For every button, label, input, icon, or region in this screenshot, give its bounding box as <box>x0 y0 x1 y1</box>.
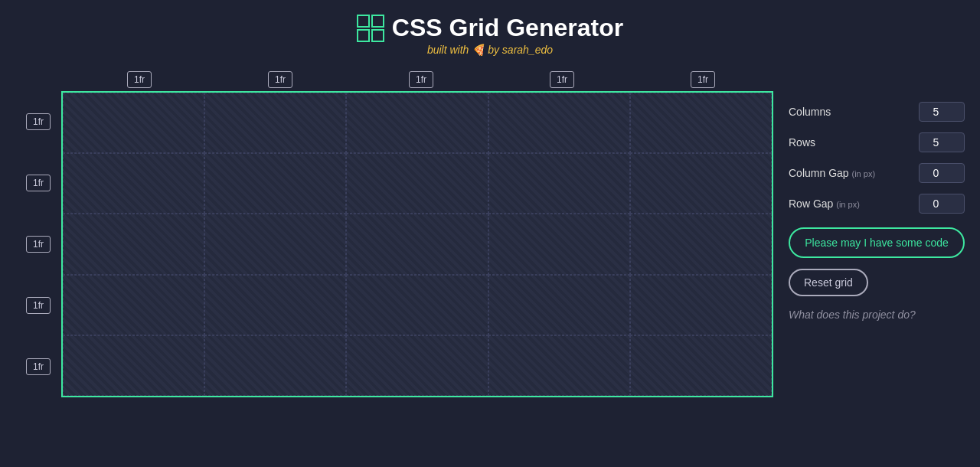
app-subtitle: built with 🍕 by sarah_edo <box>357 44 623 56</box>
columns-label: Columns <box>789 106 831 118</box>
col-labels-row: 1fr 1fr 1fr 1fr 1fr <box>69 71 773 88</box>
col-label-2: 1fr <box>210 71 351 88</box>
grid-with-row-labels: 1fr 1fr 1fr 1fr 1fr <box>15 91 773 397</box>
main-area: 1fr 1fr 1fr 1fr 1fr 1fr 1fr <box>0 64 980 397</box>
app-header: CSS Grid Generator built with 🍕 by sarah… <box>357 0 623 64</box>
row-label-2: 1fr <box>15 152 61 214</box>
svg-rect-1 <box>372 15 384 27</box>
reset-grid-button[interactable]: Reset grid <box>789 269 868 296</box>
grid-icon <box>357 15 384 42</box>
grid-cell <box>63 93 204 153</box>
grid-cell <box>630 93 772 153</box>
grid-cell <box>63 335 204 396</box>
col-gap-input[interactable] <box>919 163 965 183</box>
grid-cell <box>488 335 630 396</box>
what-does-link[interactable]: What does this project do? <box>789 309 965 321</box>
svg-rect-3 <box>372 30 384 41</box>
controls-panel: Columns Rows Column Gap (in px) Row Gap … <box>789 71 965 321</box>
row-labels-col: 1fr 1fr 1fr 1fr 1fr <box>15 91 61 397</box>
grid-cell <box>346 153 488 214</box>
row-gap-control-row: Row Gap (in px) <box>789 194 965 214</box>
col-label-5: 1fr <box>632 71 773 88</box>
grid-cell <box>488 275 630 335</box>
grid-cell <box>346 335 488 396</box>
row-label-1: 1fr <box>15 91 61 152</box>
app-title: CSS Grid Generator <box>392 14 623 42</box>
grid-cell <box>204 153 346 214</box>
grid-cell <box>63 214 204 274</box>
col-label-1: 1fr <box>69 71 210 88</box>
grid-cell <box>63 275 204 335</box>
grid-cell <box>488 214 630 274</box>
grid-cell <box>204 93 346 153</box>
grid-wrapper: 1fr 1fr 1fr 1fr 1fr 1fr 1fr <box>15 71 773 397</box>
grid-cell <box>346 275 488 335</box>
row-label-4: 1fr <box>15 275 61 336</box>
grid-cell <box>630 214 772 274</box>
grid-cell <box>630 275 772 335</box>
grid-cell <box>488 153 630 214</box>
grid-cell <box>346 93 488 153</box>
svg-rect-2 <box>358 30 369 41</box>
grid-cell <box>630 153 772 214</box>
grid-cell <box>204 335 346 396</box>
grid-cell <box>630 335 772 396</box>
css-grid <box>61 91 773 397</box>
row-gap-input[interactable] <box>919 194 965 214</box>
columns-input[interactable] <box>919 102 965 122</box>
row-gap-label: Row Gap (in px) <box>789 198 860 210</box>
get-code-button[interactable]: Please may I have some code <box>789 227 965 258</box>
columns-control-row: Columns <box>789 102 965 122</box>
col-gap-label: Column Gap (in px) <box>789 167 875 179</box>
grid-cell <box>204 214 346 274</box>
grid-cell <box>204 275 346 335</box>
grid-cell <box>63 153 204 214</box>
col-gap-control-row: Column Gap (in px) <box>789 163 965 183</box>
col-label-4: 1fr <box>492 71 632 88</box>
rows-control-row: Rows <box>789 132 965 152</box>
row-label-5: 1fr <box>15 336 61 397</box>
col-label-3: 1fr <box>351 71 492 88</box>
grid-cell <box>488 93 630 153</box>
svg-rect-0 <box>358 15 369 27</box>
row-label-3: 1fr <box>15 214 61 275</box>
rows-label: Rows <box>789 136 815 149</box>
grid-cell <box>346 214 488 274</box>
rows-input[interactable] <box>919 132 965 152</box>
